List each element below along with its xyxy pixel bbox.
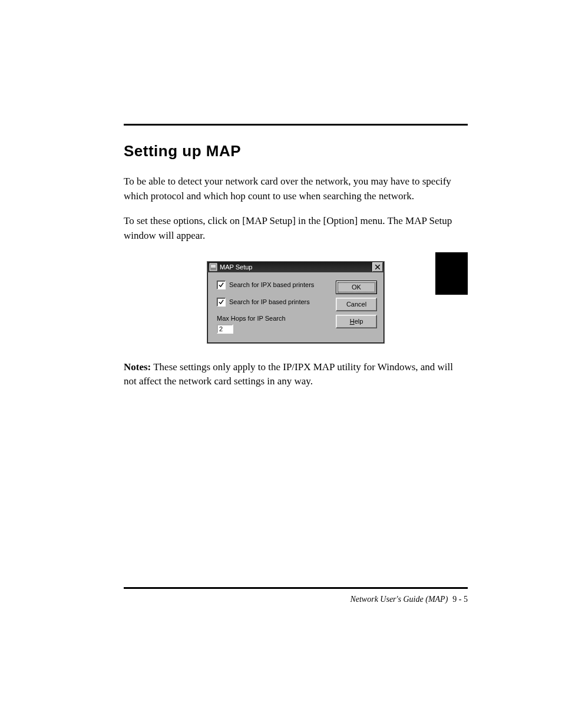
label-ip: Search for IP based printers bbox=[229, 298, 310, 305]
close-icon bbox=[375, 265, 380, 269]
svg-rect-1 bbox=[211, 265, 216, 268]
note-paragraph: Notes: These settings only apply to the … bbox=[124, 360, 468, 389]
top-rule bbox=[124, 124, 468, 126]
max-hops-input[interactable] bbox=[217, 324, 233, 334]
label-ipx: Search for IPX based printers bbox=[229, 281, 314, 288]
section-title: Setting up MAP bbox=[124, 142, 468, 160]
footer-line: Network User's Guide (MAP) 9 - 5 bbox=[124, 595, 468, 604]
footer-text: Network User's Guide (MAP) bbox=[350, 595, 448, 604]
footer-page: 9 - 5 bbox=[452, 595, 468, 604]
app-icon bbox=[209, 263, 217, 271]
check-icon bbox=[219, 282, 224, 288]
label-max-hops: Max Hops for IP Search bbox=[217, 315, 330, 322]
ok-button[interactable]: OK bbox=[336, 281, 377, 294]
close-button[interactable] bbox=[372, 262, 383, 272]
checkbox-ip[interactable] bbox=[217, 298, 226, 307]
map-setup-dialog: MAP Setup Search for IPX based printers … bbox=[207, 261, 385, 344]
dialog-titlebar[interactable]: MAP Setup bbox=[207, 262, 384, 272]
side-tab-marker bbox=[435, 252, 468, 295]
bottom-rule bbox=[124, 587, 468, 589]
checkbox-ipx[interactable] bbox=[217, 281, 226, 289]
paragraph-1: To be able to detect your network card o… bbox=[124, 174, 468, 203]
dialog-title: MAP Setup bbox=[220, 263, 372, 271]
help-button[interactable]: Help bbox=[336, 315, 377, 328]
paragraph-2: To set these options, click on [MAP Setu… bbox=[124, 214, 468, 243]
cancel-button[interactable]: Cancel bbox=[336, 298, 377, 311]
check-icon bbox=[219, 299, 224, 305]
